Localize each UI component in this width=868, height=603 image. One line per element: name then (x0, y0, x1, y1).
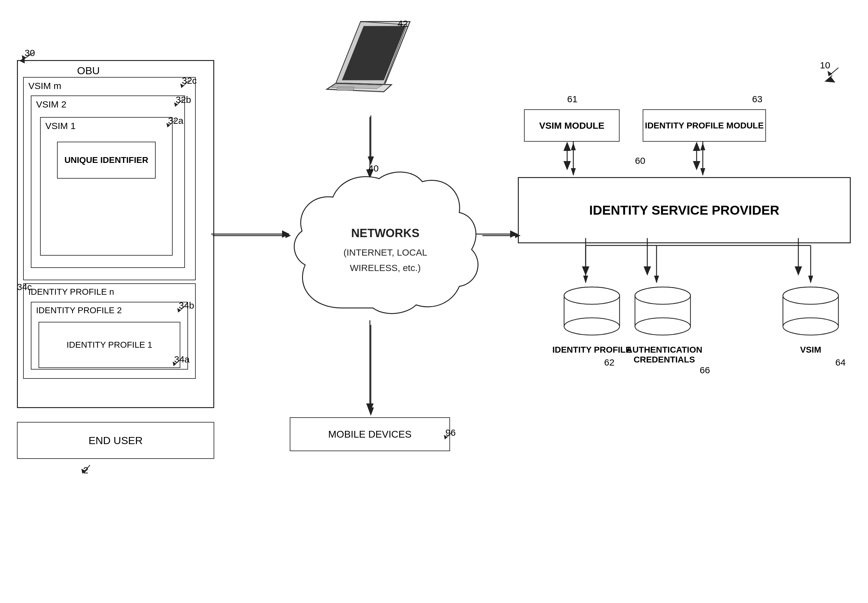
unique-identifier-label: UNIQUE IDENTIFIER (64, 155, 148, 165)
ref-64: 64 (835, 357, 845, 368)
auth-credentials-db-label: AUTHENTICATION CREDENTIALS (621, 345, 707, 365)
identity-profile-module-label: IDENTITY PROFILE MODULE (645, 121, 764, 131)
svg-marker-40 (166, 123, 170, 127)
svg-marker-42 (177, 308, 181, 312)
svg-marker-86 (444, 435, 448, 439)
vsim-m-label: VSIM m (28, 81, 61, 91)
ref-63: 63 (752, 94, 762, 104)
diagram: 42 10 OBU 30 VSIM m 32c VSIM 2 32b VSIM … (0, 0, 868, 603)
identity-profile-db (561, 286, 623, 343)
vsim-1-label: VSIM 1 (45, 121, 76, 131)
mobile-devices-label: MOBILE DEVICES (328, 429, 411, 440)
vsim-module-box: VSIM MODULE (524, 109, 620, 142)
svg-marker-90 (368, 156, 374, 165)
ref-61: 61 (567, 94, 577, 104)
obu-to-cloud-arrow (213, 229, 294, 242)
networks-cloud: NETWORKS (INTERNET, LOCAL WIRELESS, etc.… (287, 163, 484, 326)
svg-marker-32 (828, 71, 832, 76)
svg-marker-38 (174, 102, 178, 107)
vsim-db (780, 286, 842, 343)
ref32a-arrow (163, 118, 182, 129)
svg-marker-64 (654, 276, 659, 283)
svg-text:NETWORKS: NETWORKS (351, 227, 420, 240)
ref34b-arrow (174, 303, 193, 314)
svg-point-78 (635, 287, 690, 304)
identity-profile-db-label: IDENTITY PROFILE (552, 345, 632, 355)
vsim-db-label: VSIM (783, 345, 839, 355)
svg-text:WIRELESS, etc.): WIRELESS, etc.) (350, 263, 421, 273)
svg-marker-34 (22, 55, 26, 61)
svg-rect-30 (336, 87, 354, 91)
svg-point-71 (564, 318, 620, 335)
ref32b-arrow (171, 97, 189, 108)
svg-marker-62 (583, 276, 588, 283)
svg-text:(INTERNET, LOCAL: (INTERNET, LOCAL (343, 247, 427, 257)
identity-profile-module-box: IDENTITY PROFILE MODULE (643, 109, 766, 142)
svg-marker-88 (368, 407, 374, 416)
vsim-module-label: VSIM MODULE (539, 121, 604, 131)
vsim-2-label: VSIM 2 (36, 99, 66, 110)
ref96-arrow (441, 430, 459, 441)
ref-42: 42 (398, 19, 408, 29)
isp-to-dbs-lines (570, 242, 826, 286)
id-profile-1-box: IDENTITY PROFILE 1 (39, 322, 180, 368)
vsim-module-to-isp-arrow (567, 141, 580, 178)
id-profile-1-label: IDENTITY PROFILE 1 (67, 340, 152, 350)
svg-marker-59 (700, 168, 705, 176)
laptop-icon (324, 15, 422, 109)
end-user-box: END USER (17, 422, 214, 459)
ref-34c: 34c (17, 282, 32, 292)
svg-point-77 (635, 318, 690, 335)
isp-main-box: IDENTITY SERVICE PROVIDER (518, 177, 851, 243)
svg-point-83 (783, 318, 839, 335)
mobile-devices-box: MOBILE DEVICES (290, 417, 450, 451)
unique-identifier-box: UNIQUE IDENTIFIER (57, 142, 156, 179)
obu-label: OBU (77, 65, 100, 77)
ref-66: 66 (700, 365, 710, 376)
ref30-arrow (20, 51, 39, 63)
ref10-arrow (826, 66, 851, 79)
isp-title: IDENTITY SERVICE PROVIDER (589, 203, 780, 218)
auth-credentials-db (632, 286, 694, 343)
ref-60: 60 (635, 156, 645, 166)
ipm-to-isp-arrow (697, 141, 709, 178)
ref34a-arrow (169, 357, 188, 367)
id-profile-n-label: IDENTITY PROFILE n (28, 287, 114, 297)
svg-marker-44 (173, 362, 176, 366)
svg-marker-55 (571, 142, 576, 150)
svg-point-72 (564, 287, 620, 304)
svg-marker-36 (180, 83, 184, 88)
ref2-arrow (78, 464, 96, 476)
svg-marker-58 (700, 142, 705, 150)
vsim-1-box: VSIM 1 (40, 117, 173, 256)
ref-62: 62 (604, 357, 614, 368)
svg-marker-66 (808, 276, 813, 283)
laptop-to-cloud-arrow (363, 116, 378, 169)
svg-point-84 (783, 287, 839, 304)
id-profile-2-label: IDENTITY PROFILE 2 (36, 306, 122, 315)
ref32c-arrow (177, 79, 196, 89)
cloud-to-mobile-arrow (363, 325, 378, 421)
svg-marker-56 (571, 168, 576, 176)
end-user-label: END USER (88, 434, 143, 447)
